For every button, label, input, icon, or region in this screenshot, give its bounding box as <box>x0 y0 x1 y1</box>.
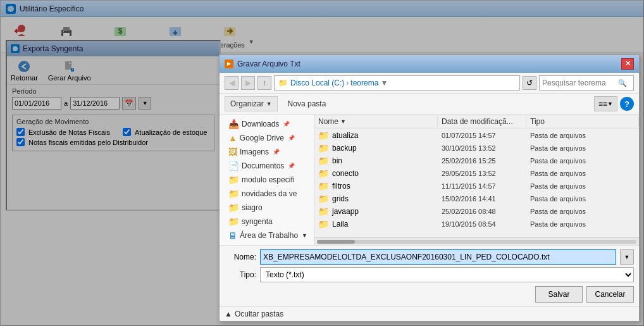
organize-dropdown-icon: ▼ <box>266 101 272 107</box>
documentos-icon: 📄 <box>228 161 239 171</box>
refresh-button[interactable]: ↺ <box>523 76 536 90</box>
col-type-label: Tipo <box>530 117 545 126</box>
table-row[interactable]: 📁 Laila 19/10/2015 08:54 Pasta de arquiv… <box>314 218 639 230</box>
col-nome-label: Nome <box>318 117 338 126</box>
breadcrumb-disk[interactable]: Disco Local (C:) <box>290 78 344 87</box>
horizontal-scrollbar[interactable] <box>314 237 639 245</box>
folder-icon: 📁 <box>318 156 329 166</box>
table-row[interactable]: 📁 bin 25/02/2016 15:25 Pasta de arquivos <box>314 154 639 167</box>
save-button[interactable]: Salvar <box>535 286 583 303</box>
gravar-arquivo-modal: Gravar Arquivo Txt ✕ ◀ ▶ ↑ 📁 Disco Local… <box>219 54 640 322</box>
table-row[interactable]: 📁 javaapp 25/02/2016 08:48 Pasta de arqu… <box>314 205 639 218</box>
sidebar-item-syngenta[interactable]: 📁 syngenta <box>220 215 314 229</box>
file-name-text: grids <box>332 194 349 203</box>
search-input[interactable] <box>542 78 618 87</box>
table-row[interactable]: 📁 conecto 29/05/2015 13:52 Pasta de arqu… <box>314 167 639 180</box>
col-sort-icon: ▼ <box>340 118 346 125</box>
file-name-text: backup <box>332 144 357 153</box>
table-row[interactable]: 📁 filtros 11/11/2015 14:57 Pasta de arqu… <box>314 180 639 192</box>
help-button[interactable]: ? <box>620 97 634 111</box>
file-name-cell: 📁 javaapp <box>314 206 438 216</box>
syngenta-label: syngenta <box>242 217 273 226</box>
modal-actions: Salvar Cancelar <box>225 286 634 303</box>
sidebar-item-area-trabalho[interactable]: 🖥 Área de Trabalho ▼ <box>220 229 314 242</box>
file-date-cell: 25/02/2016 08:48 <box>438 208 526 215</box>
search-icon[interactable]: 🔍 <box>618 79 627 87</box>
sidebar-item-modulo[interactable]: 📁 modulo especifi <box>220 173 314 187</box>
sidebar-item-google-drive[interactable]: ▲ Google Drive 📌 <box>220 131 314 145</box>
area-trabalho-icon: 🖥 <box>228 230 237 241</box>
gdrive-label: Google Drive <box>240 134 284 142</box>
sidebar-item-imagens[interactable]: 🖼 Imagens 📌 <box>220 145 314 159</box>
organize-button[interactable]: Organizar ▼ <box>225 96 278 111</box>
filename-dropdown-button[interactable]: ▼ <box>620 249 634 265</box>
gdrive-icon: ▲ <box>228 133 237 143</box>
modal-close-button[interactable]: ✕ <box>621 58 634 70</box>
hide-folders-label: Ocultar pastas <box>235 310 283 318</box>
hide-folders-arrow-icon: ▲ <box>225 310 232 318</box>
table-row[interactable]: 📁 backup 30/10/2015 13:52 Pasta de arqui… <box>314 142 639 154</box>
file-name-text: javaapp <box>332 207 359 216</box>
file-type-cell: Pasta de arquivos <box>526 132 639 139</box>
organize-label: Organizar <box>230 99 264 108</box>
file-name-text: bin <box>332 156 342 165</box>
breadcrumb-folder[interactable]: teorema <box>350 78 378 87</box>
file-name-text: atualiza <box>332 131 358 140</box>
table-row[interactable]: 📁 atualiza 01/07/2015 14:57 Pasta de arq… <box>314 129 639 142</box>
modulo-icon: 📁 <box>228 175 239 185</box>
col-header-type[interactable]: Tipo <box>526 116 639 127</box>
location-icon: 📁 <box>278 78 288 87</box>
filetype-select[interactable]: Texto (*.txt) <box>260 267 634 282</box>
folder-icon: 📁 <box>318 194 329 204</box>
syngenta-icon: 📁 <box>228 216 239 227</box>
folder-icon: 📁 <box>318 181 329 191</box>
modal-body: 📥 Downloads 📌 ▲ Google Drive 📌 🖼 Imagens… <box>220 115 639 246</box>
view-mode-button[interactable]: ≡≡ ▼ <box>594 96 617 111</box>
sidebar-item-siagro[interactable]: 📁 siagro <box>220 201 314 215</box>
nav-up-button[interactable]: ↑ <box>257 76 271 90</box>
documentos-pin-icon: 📌 <box>288 163 295 169</box>
file-name-text: conecto <box>332 169 359 178</box>
nova-pasta-button[interactable]: Nova pasta <box>283 96 331 111</box>
nav-back-button[interactable]: ◀ <box>225 76 238 90</box>
sidebar-item-documentos[interactable]: 📄 Documentos 📌 <box>220 159 314 173</box>
breadcrumb-arrow1: › <box>346 78 349 87</box>
scroll-track <box>317 240 636 244</box>
file-list-area: Nome ▼ Data de modificaçã... Tipo 📁 <box>314 115 639 245</box>
modal-bottom: Nome: ▼ Tipo: Texto (*.txt) Salvar Cance… <box>220 246 639 306</box>
hide-folders-button[interactable]: ▲ Ocultar pastas <box>225 310 283 318</box>
filename-row: Nome: ▼ <box>225 249 634 265</box>
file-type-cell: Pasta de arquivos <box>526 208 639 215</box>
sidebar-item-downloads[interactable]: 📥 Downloads 📌 <box>220 117 314 131</box>
file-date-cell: 01/07/2015 14:57 <box>438 132 526 139</box>
col-header-date[interactable]: Data de modificaçã... <box>438 116 526 127</box>
cancel-button[interactable]: Cancelar <box>586 286 634 303</box>
file-list-scroll: 📁 atualiza 01/07/2015 14:57 Pasta de arq… <box>314 129 639 237</box>
hide-folders-row: ▲ Ocultar pastas <box>220 306 639 321</box>
file-name-text: filtros <box>332 182 350 191</box>
documentos-label: Documentos <box>242 161 284 170</box>
col-header-nome[interactable]: Nome ▼ <box>314 116 438 127</box>
file-date-cell: 29/05/2015 13:52 <box>438 170 526 177</box>
file-type-cell: Pasta de arquivos <box>526 170 639 177</box>
folder-icon: 📁 <box>318 168 329 179</box>
nav-forward-button[interactable]: ▶ <box>241 76 255 90</box>
imagens-label: Imagens <box>240 147 269 156</box>
imagens-pin-icon: 📌 <box>273 149 280 155</box>
table-row[interactable]: 📁 grids 15/02/2016 14:41 Pasta de arquiv… <box>314 192 639 205</box>
file-type-cell: Pasta de arquivos <box>526 157 639 165</box>
folder-icon: 📁 <box>318 143 329 153</box>
file-name-cell: 📁 filtros <box>314 181 438 191</box>
downloads-label: Downloads <box>242 120 279 129</box>
area-trabalho-dropdown-icon: ▼ <box>302 232 307 239</box>
sidebar-item-novidades[interactable]: 📁 novidades da ve <box>220 187 314 201</box>
modal-nav-bar: ◀ ▶ ↑ 📁 Disco Local (C:) › teorema ▼ ↺ 🔍 <box>220 73 639 94</box>
modal-title-icon <box>225 60 233 68</box>
downloads-pin-icon: 📌 <box>283 121 290 127</box>
folder-icon: 📁 <box>318 206 329 216</box>
siagro-label: siagro <box>242 203 263 212</box>
novidades-label: novidades da ve <box>242 189 297 198</box>
filename-input[interactable] <box>260 249 616 265</box>
file-type-cell: Pasta de arquivos <box>526 195 639 203</box>
filename-label: Nome: <box>225 253 256 261</box>
